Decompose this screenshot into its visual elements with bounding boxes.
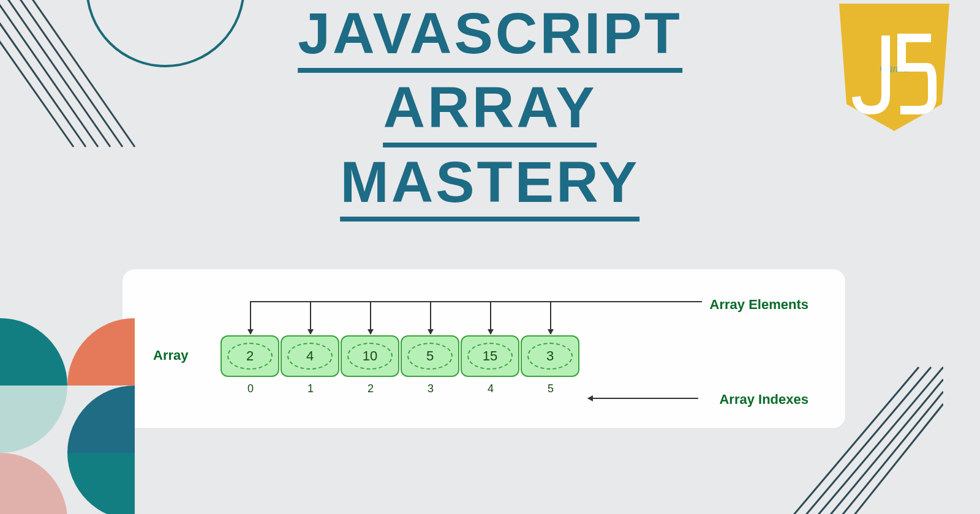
- array-cells: 2 4 10 5 15 3: [221, 335, 581, 377]
- svg-line-4: [12, 0, 123, 147]
- decorative-petals: [0, 318, 141, 514]
- array-indexes: 0 1 2 3 4 5: [221, 382, 581, 395]
- index-value: 5: [521, 382, 581, 395]
- index-value: 1: [281, 382, 341, 395]
- array-cell: 2: [221, 335, 279, 377]
- index-value: 2: [341, 382, 401, 395]
- cell-value: 10: [363, 348, 377, 364]
- js-logo-icon: Canva: [833, 0, 956, 135]
- cell-value: 3: [546, 348, 554, 364]
- label-array: Array: [153, 348, 188, 363]
- index-value: 4: [461, 382, 521, 395]
- array-cell: 5: [401, 335, 459, 377]
- svg-line-11: [845, 404, 943, 514]
- cell-value: 2: [246, 348, 254, 364]
- array-diagram-card: Array Array Elements Array Indexes 2 4 1…: [123, 269, 845, 428]
- cell-value: 5: [426, 348, 434, 364]
- arrow-to-cell: [370, 301, 371, 334]
- svg-line-3: [0, 0, 110, 147]
- arrow-to-cell: [430, 301, 431, 334]
- connector-bar-elements: [250, 301, 702, 302]
- array-cell: 15: [461, 335, 519, 377]
- array-cell: 4: [281, 335, 339, 377]
- svg-line-2: [0, 0, 98, 147]
- arrow-to-cell: [250, 301, 251, 334]
- svg-line-1: [0, 6, 86, 147]
- arrow-to-cell: [550, 301, 551, 334]
- array-cell: 3: [521, 335, 579, 377]
- svg-line-0: [0, 24, 74, 147]
- svg-line-10: [833, 392, 943, 514]
- label-elements: Array Elements: [710, 297, 809, 313]
- arrow-to-indexes: [588, 398, 698, 399]
- arrow-to-cell: [310, 301, 311, 334]
- svg-line-5: [24, 0, 135, 147]
- cell-value: 15: [483, 348, 497, 364]
- arrow-to-cell: [490, 301, 491, 334]
- title-line-3: MASTERY: [341, 149, 640, 222]
- array-cell: 10: [341, 335, 399, 377]
- decorative-arc: [86, 0, 245, 67]
- index-value: 3: [401, 382, 461, 395]
- title-line-1: JAVASCRIPT: [298, 0, 682, 73]
- index-value: 0: [221, 382, 281, 395]
- cell-value: 4: [306, 348, 314, 364]
- label-indexes: Array Indexes: [719, 392, 809, 408]
- page-title: JAVASCRIPT ARRAY MASTERY: [298, 0, 682, 223]
- title-line-2: ARRAY: [383, 74, 597, 147]
- decorative-lines-top-left: [0, 0, 159, 159]
